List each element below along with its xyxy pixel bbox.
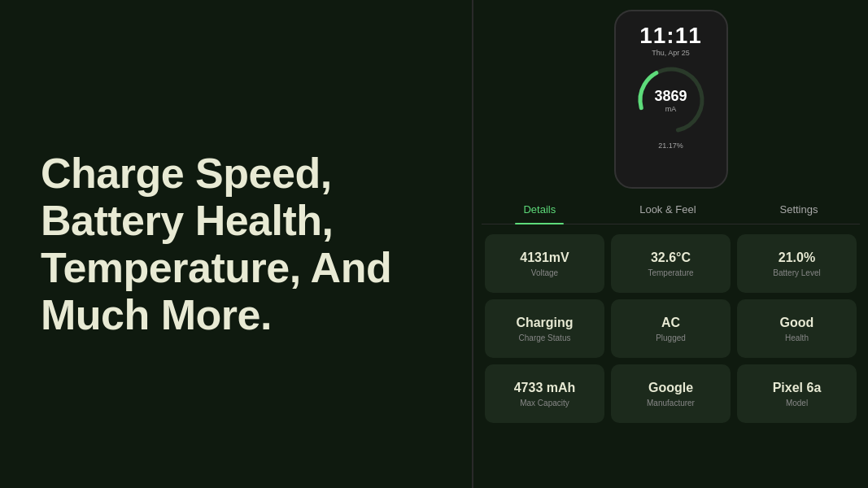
stat-charge-status-label: Charge Status: [519, 333, 571, 342]
stat-charge-status: Charging Charge Status: [485, 299, 604, 358]
tab-look-feel[interactable]: Look & Feel: [631, 200, 704, 219]
phone-date: Thu, Apr 25: [652, 49, 690, 57]
stat-capacity-value: 4733 mAh: [514, 381, 576, 395]
stat-plugged: AC Plugged: [611, 299, 731, 358]
phone-time: 11:11: [639, 23, 702, 49]
tab-details[interactable]: Details: [515, 200, 564, 219]
stat-manufacturer-label: Manufacturer: [647, 399, 695, 407]
stat-charge-status-value: Charging: [516, 316, 573, 330]
phone-percent: 21.17%: [658, 142, 683, 150]
phone-mockup: 11:11 Thu, Apr 25 3869 mA 21.17%: [614, 10, 728, 189]
gauge-text: 3869 mA: [654, 88, 687, 113]
stat-battery-level-value: 21.0%: [779, 251, 815, 265]
stat-voltage-label: Voltage: [531, 268, 558, 277]
gauge-unit: mA: [654, 105, 687, 113]
stat-temperature-label: Temperature: [648, 268, 693, 277]
stat-health-label: Health: [785, 333, 809, 342]
stat-plugged-value: AC: [661, 316, 680, 330]
stat-model: Pixel 6a Model: [737, 364, 857, 423]
stat-capacity: 4733 mAh Max Capacity: [485, 364, 604, 423]
gauge-container: 3869 mA: [635, 63, 708, 137]
stat-battery-level: 21.0% Battery Level: [737, 234, 857, 293]
tabs-bar: Details Look & Feel Settings: [482, 200, 860, 224]
stat-health-value: Good: [780, 316, 814, 330]
stat-battery-level-label: Battery Level: [773, 268, 820, 277]
headline: Charge Speed, Battery Health, Temperatur…: [41, 150, 431, 339]
stat-manufacturer: Google Manufacturer: [611, 364, 731, 423]
gauge-value: 3869: [654, 88, 687, 105]
right-panel: 11:11 Thu, Apr 25 3869 mA 21.17% Details…: [473, 0, 868, 488]
stat-temperature-value: 32.6°C: [651, 251, 691, 265]
stat-temperature: 32.6°C Temperature: [611, 234, 731, 293]
tab-settings[interactable]: Settings: [772, 200, 827, 219]
stat-manufacturer-value: Google: [648, 381, 693, 395]
stat-voltage-value: 4131mV: [520, 251, 569, 265]
stat-voltage: 4131mV Voltage: [485, 234, 604, 293]
left-panel: Charge Speed, Battery Health, Temperatur…: [0, 0, 472, 488]
stat-capacity-label: Max Capacity: [520, 399, 569, 407]
stats-grid: 4131mV Voltage 32.6°C Temperature 21.0% …: [482, 234, 860, 423]
stat-model-label: Model: [786, 399, 808, 407]
stat-model-value: Pixel 6a: [773, 381, 822, 395]
stat-plugged-label: Plugged: [656, 333, 686, 342]
stat-health: Good Health: [737, 299, 857, 358]
